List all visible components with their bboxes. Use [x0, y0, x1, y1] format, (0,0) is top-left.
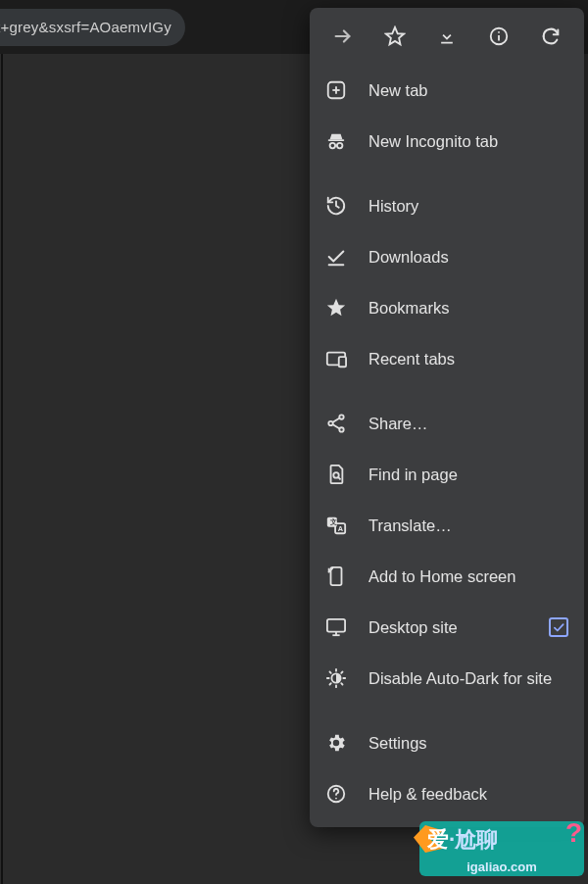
menu-item-label: Disable Auto-Dark for site: [368, 669, 568, 688]
download-done-icon: [325, 246, 347, 268]
url-bar[interactable]: /search?q=dark+grey&sxsrf=AOaemvIGy: [0, 9, 185, 46]
menu-item-new-tab[interactable]: New tab: [310, 65, 584, 116]
svg-line-37: [329, 671, 330, 672]
menu-item-history[interactable]: History: [310, 180, 584, 231]
menu-item-label: Help & feedback: [368, 785, 568, 804]
recent-tabs-icon: [325, 348, 347, 369]
menu-item-recent-tabs[interactable]: Recent tabs: [310, 333, 584, 384]
star-icon: [384, 25, 406, 47]
svg-rect-8: [328, 139, 345, 141]
svg-text:A: A: [338, 524, 344, 533]
menu-item-label: New Incognito tab: [368, 132, 568, 151]
svg-line-18: [332, 418, 339, 423]
menu-item-settings[interactable]: Settings: [310, 717, 584, 768]
menu-item-incognito[interactable]: New Incognito tab: [310, 116, 584, 167]
menu-separator: [310, 167, 584, 180]
translate-icon: 文A: [325, 515, 347, 536]
menu-item-bookmarks[interactable]: Bookmarks: [310, 282, 584, 333]
menu-item-label: New tab: [368, 81, 568, 100]
menu-item-add-home[interactable]: Add to Home screen: [310, 551, 584, 602]
menu-item-label: Find in page: [368, 466, 568, 484]
menu-item-label: Add to Home screen: [368, 567, 568, 586]
svg-line-38: [341, 683, 342, 684]
svg-point-20: [333, 472, 338, 477]
desktop-site-checkbox[interactable]: [549, 617, 568, 637]
svg-marker-12: [327, 299, 345, 316]
svg-line-39: [329, 683, 330, 684]
incognito-icon: [325, 130, 347, 152]
svg-point-42: [335, 798, 337, 800]
menu-item-label: Desktop site: [368, 618, 549, 637]
bookmark-icon: [325, 297, 347, 319]
desktop-icon: [325, 616, 347, 638]
menu-item-help[interactable]: Help & feedback: [310, 768, 584, 819]
menu-item-find[interactable]: Find in page: [310, 449, 584, 500]
menu-item-label: Bookmarks: [368, 299, 568, 318]
svg-point-9: [330, 143, 336, 149]
menu-item-share[interactable]: Share…: [310, 398, 584, 449]
history-icon: [325, 195, 347, 217]
plus-box-icon: [325, 79, 347, 101]
menu-item-translate[interactable]: 文A Translate…: [310, 500, 584, 551]
menu-separator: [310, 704, 584, 717]
refresh-icon: [540, 25, 562, 47]
menu-item-label: Recent tabs: [368, 350, 568, 368]
help-icon: [325, 783, 347, 805]
menu-item-downloads[interactable]: Downloads: [310, 231, 584, 282]
svg-text:文: 文: [329, 517, 337, 526]
menu-item-label: Downloads: [368, 248, 568, 267]
forward-icon: [332, 25, 354, 47]
find-icon: [325, 464, 347, 485]
share-icon: [325, 413, 347, 434]
svg-marker-1: [386, 27, 404, 44]
svg-rect-29: [327, 619, 345, 632]
downloads-button[interactable]: [421, 8, 473, 65]
svg-line-19: [332, 424, 339, 429]
page-info-button[interactable]: [472, 8, 524, 65]
svg-rect-26: [331, 567, 342, 585]
svg-line-40: [341, 671, 342, 672]
download-icon: [437, 25, 457, 47]
forward-button[interactable]: [318, 8, 369, 65]
bookmark-page-button[interactable]: [369, 8, 421, 65]
add-home-icon: [325, 565, 347, 587]
menu-item-label: Settings: [368, 734, 568, 753]
menu-item-label: Share…: [368, 415, 568, 433]
svg-point-4: [498, 31, 500, 33]
menu-item-label: History: [368, 197, 568, 216]
svg-line-21: [338, 477, 341, 480]
menu-item-label: Translate…: [368, 516, 568, 535]
menu-header: [310, 8, 584, 65]
menu-item-auto-dark[interactable]: Disable Auto-Dark for site: [310, 653, 584, 704]
svg-point-10: [337, 143, 343, 149]
refresh-button[interactable]: [524, 8, 576, 65]
info-icon: [488, 25, 510, 47]
url-text: /search?q=dark+grey&sxsrf=AOaemvIGy: [0, 19, 172, 35]
menu-item-desktop-site[interactable]: Desktop site: [310, 602, 584, 653]
svg-rect-14: [339, 357, 346, 367]
settings-icon: [325, 732, 347, 754]
overflow-menu: New tab New Incognito tab History Downlo…: [310, 8, 584, 827]
auto-dark-icon: [325, 667, 347, 689]
menu-separator: [310, 384, 584, 398]
